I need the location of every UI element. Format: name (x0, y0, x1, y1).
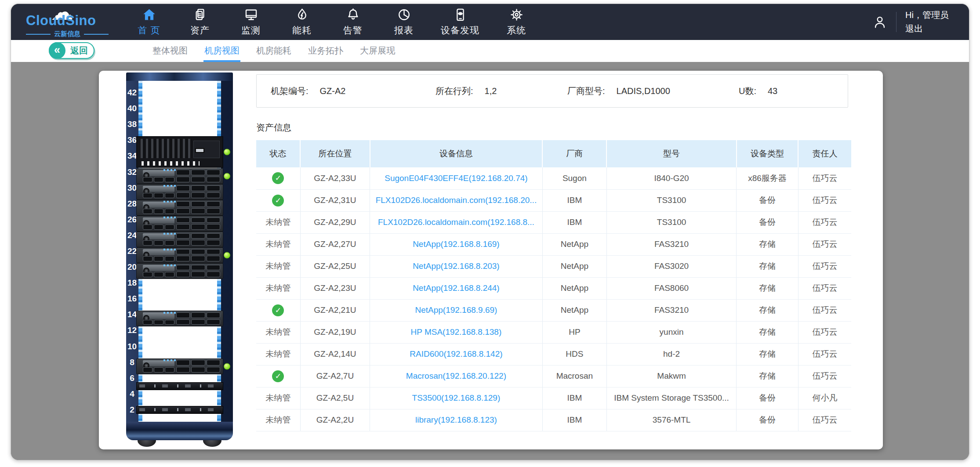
rack-top-frame (126, 72, 233, 81)
device-graphic (143, 224, 152, 230)
device-link[interactable]: HP MSA(192.168.8.138) (411, 327, 502, 337)
tab-room-view[interactable]: 机房视图 (203, 40, 240, 62)
rack-device-31u[interactable] (136, 168, 223, 184)
rack-u-label: 16 (126, 294, 138, 304)
col-owner: 责任人 (798, 140, 851, 167)
tab-room-energy[interactable]: 机房能耗 (255, 40, 292, 62)
status-cell: ✓ (256, 167, 300, 189)
device-graphic (207, 192, 220, 198)
nav-label: 告警 (343, 24, 363, 36)
tab-overall-view[interactable]: 整体视图 (152, 40, 189, 62)
device-graphic (143, 209, 152, 214)
device-graphic (191, 201, 205, 207)
device-link[interactable]: NetApp(192.168.8.203) (413, 261, 500, 271)
device-link[interactable]: Macrosan(192.168.20.122) (406, 371, 506, 380)
device-graphic (176, 224, 190, 230)
device-graphic (207, 217, 220, 223)
device-link[interactable]: FLX102D26.localdomain.com(192.168.20... (376, 195, 537, 205)
rack-device-7u[interactable] (136, 358, 223, 374)
device-link[interactable]: SugonE04F430EFF4E(192.168.20.74) (385, 174, 527, 183)
model-cell: TS3100 (606, 211, 736, 233)
nav-item-monitoring[interactable]: 监测 (225, 4, 276, 40)
rack-device-29u[interactable] (136, 184, 223, 200)
device-graphic (191, 265, 205, 271)
tab-business-topology[interactable]: 业务拓扑 (307, 40, 344, 62)
home-icon (142, 7, 156, 22)
device-graphic (207, 249, 220, 255)
rack-device-5u[interactable] (136, 382, 223, 390)
device-graphic (207, 312, 220, 318)
power-led-green (224, 149, 230, 156)
nav-item-alarms[interactable]: 告警 (327, 4, 378, 40)
rack-info-field: 机架编号: GZ-A2 (271, 75, 345, 107)
logout-link[interactable]: 退出 (905, 22, 949, 36)
user-avatar-icon[interactable] (872, 14, 887, 29)
device-graphic (191, 272, 205, 277)
device-link[interactable]: RAID600(192.168.8.142) (410, 349, 502, 358)
rack-u-label: 10 (126, 342, 138, 351)
rack-info-field: U数: 43 (739, 75, 777, 107)
device-graphic (207, 265, 220, 271)
status-cell: 未纳管 (256, 343, 300, 365)
app-window: ☁ CloudSino 云新信息 首 页 资产 (11, 4, 969, 460)
device-graphic (165, 240, 174, 246)
device-graphic (207, 256, 220, 261)
owner-cell: 伍巧云 (798, 255, 851, 277)
logo-subtitle-text: 云新信息 (54, 30, 80, 38)
location-cell: GZ-A2,2U (300, 409, 370, 431)
type-cell: 存储 (737, 299, 799, 321)
device-link[interactable]: FLX102D26.localdomain.com(192.168.8... (378, 217, 534, 227)
back-button[interactable]: « 返回 (49, 42, 94, 59)
table-row: 未纳管GZ-A2,5UTS3500(192.168.8.129)IBMIBM S… (256, 387, 851, 409)
rack-device-23u[interactable] (136, 232, 223, 247)
device-graphic (207, 319, 220, 325)
model-cell: FAS3210 (606, 233, 736, 255)
device-link[interactable]: NetApp(192.168.8.244) (413, 283, 500, 293)
device-graphic (143, 177, 175, 182)
nav-label: 资产 (190, 24, 210, 36)
device-graphic (143, 367, 175, 373)
device-link[interactable]: NetApp(192.168.9.69) (415, 305, 497, 315)
device-graphic (143, 240, 175, 246)
col-model: 型号 (606, 140, 736, 167)
assets-icon (193, 7, 207, 22)
device-graphic (165, 272, 174, 277)
power-led-green (224, 252, 230, 259)
status-text: 未纳管 (265, 239, 290, 249)
device-link[interactable]: NetApp(192.168.8.169) (413, 239, 500, 249)
type-cell: 存储 (737, 255, 799, 277)
rack-device-33u[interactable] (136, 136, 223, 168)
nav-item-home[interactable]: 首 页 (123, 4, 174, 40)
nav-item-reports[interactable]: 报表 (378, 4, 429, 40)
nav-item-system[interactable]: 系统 (491, 4, 542, 40)
nav-item-device-discovery[interactable]: 设备发现 (429, 4, 491, 40)
rack-device-19u[interactable] (136, 263, 223, 279)
type-cell: 备份 (737, 409, 799, 431)
nav-item-energy[interactable]: 能耗 (276, 4, 327, 40)
logo[interactable]: ☁ CloudSino 云新信息 (26, 6, 114, 38)
rack-device-25u[interactable] (136, 216, 223, 232)
device-graphic (154, 367, 163, 373)
rack-u-label: 6 (126, 373, 138, 383)
device-link[interactable]: TS3500(192.168.8.129) (412, 393, 501, 402)
type-cell: 备份 (737, 189, 799, 211)
nav-item-assets[interactable]: 资产 (174, 4, 225, 40)
rack-device-13u[interactable] (136, 311, 223, 326)
device-graphic (139, 384, 220, 387)
status-cell: 未纳管 (256, 387, 300, 409)
top-navbar: ☁ CloudSino 云新信息 首 页 资产 (11, 4, 969, 40)
rack-device-21u[interactable] (136, 247, 223, 263)
sub-navbar: « 返回 整体视图 机房视图 机房能耗 业务拓扑 大屏展现 (11, 40, 969, 62)
tab-big-screen[interactable]: 大屏展现 (359, 40, 396, 62)
rack-device-27u[interactable] (136, 200, 223, 216)
field-value: GZ-A2 (320, 86, 346, 96)
type-cell: 备份 (737, 211, 799, 233)
device-graphic (143, 224, 175, 230)
rack-base (126, 422, 233, 440)
location-cell: GZ-A2,29U (300, 211, 370, 233)
device-link[interactable]: library(192.168.8.123) (415, 415, 497, 424)
status-cell: 未纳管 (256, 211, 300, 233)
rack-device-2u[interactable] (136, 406, 223, 414)
device-graphic (143, 240, 152, 246)
device-graphic (176, 170, 220, 182)
